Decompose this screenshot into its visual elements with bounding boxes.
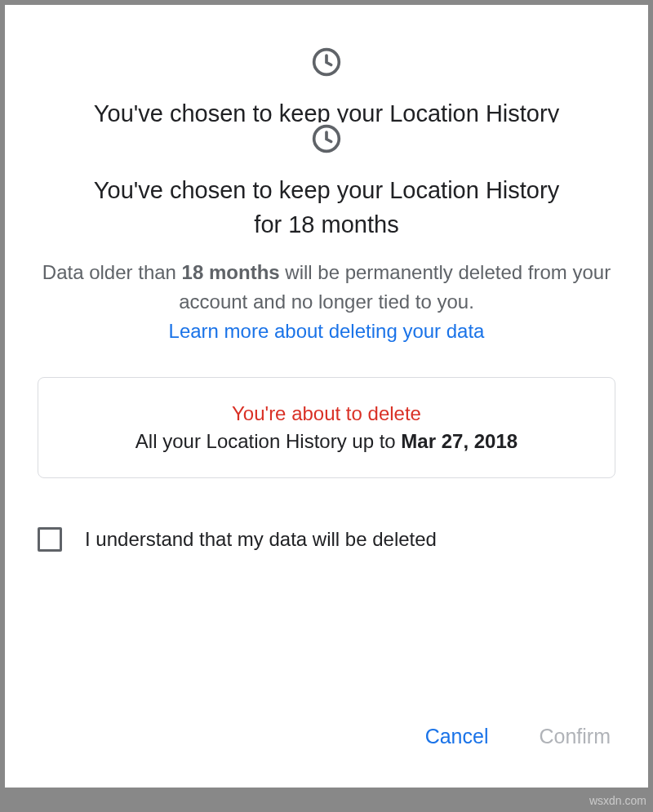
clock-icon [310, 46, 343, 78]
confirmation-dialog: You've chosen to keep your Location Hist… [5, 5, 648, 788]
heading-line-1: You've chosen to keep your Location Hist… [94, 177, 559, 203]
dialog-description: Data older than 18 months will be perman… [38, 258, 615, 346]
confirm-button: Confirm [534, 718, 615, 755]
consent-row: I understand that my data will be delete… [38, 527, 615, 552]
dialog-header-back-layer: You've chosen to keep your Location Hist… [5, 46, 648, 131]
heading-line-2: for 18 months [254, 211, 398, 237]
desc-duration: 18 months [182, 261, 280, 283]
dialog-heading: You've chosen to keep your Location Hist… [38, 173, 615, 242]
consent-checkbox[interactable] [38, 527, 62, 552]
warning-title: You're about to delete [55, 402, 598, 425]
clock-icon [310, 122, 343, 155]
cancel-button[interactable]: Cancel [420, 718, 494, 755]
delete-warning-box: You're about to delete All your Location… [38, 377, 615, 478]
desc-pre: Data older than [42, 261, 182, 283]
dialog-header: You've chosen to keep your Location Hist… [5, 122, 648, 346]
learn-more-link[interactable]: Learn more about deleting your data [169, 317, 485, 346]
consent-label: I understand that my data will be delete… [85, 528, 437, 551]
warning-date: Mar 27, 2018 [401, 430, 518, 452]
watermark: wsxdn.com [589, 794, 646, 807]
warning-body: All your Location History up to Mar 27, … [55, 430, 598, 453]
dialog-actions: Cancel Confirm [420, 718, 615, 755]
warning-body-pre: All your Location History up to [135, 430, 402, 452]
